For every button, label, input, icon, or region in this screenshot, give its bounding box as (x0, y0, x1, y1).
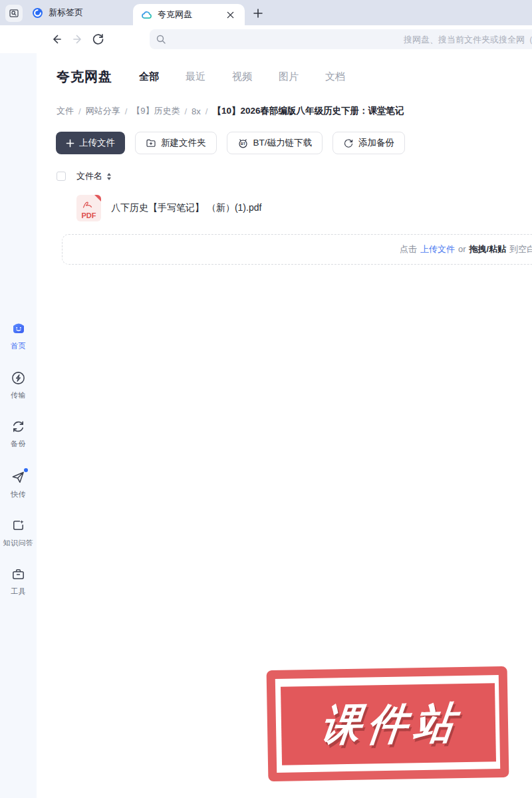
toolbox-icon (11, 567, 26, 583)
sidebar: 首页 传输 备份 (0, 53, 37, 798)
folder-plus-icon (146, 138, 156, 148)
filename-column-header[interactable]: 文件名 (76, 170, 102, 182)
search-input[interactable]: 搜网盘、搜当前文件夹或搜全网（Ctrl + (150, 29, 532, 49)
transfer-icon (11, 370, 26, 386)
dropzone-hint: 点击上传文件or拖拽/粘贴到空白处 (400, 243, 532, 255)
new-tab-button[interactable] (251, 7, 265, 20)
action-buttons: 上传文件 新建文件夹 BT BT/磁力链下载 (56, 132, 405, 154)
sidebar-item-knowledge-qa[interactable]: 知识问答 (0, 518, 37, 548)
pdf-acrobat-glyph (82, 199, 92, 211)
forward-button[interactable] (71, 33, 84, 46)
plus-icon (66, 139, 74, 148)
quark-browser-icon (32, 7, 43, 19)
sidebar-item-transfer[interactable]: 传输 (0, 370, 37, 400)
sidebar-item-home[interactable]: 首页 (0, 321, 37, 351)
sidebar-item-label: 传输 (0, 390, 37, 400)
tab-recent[interactable]: 最近 (186, 70, 205, 83)
sort-icon[interactable] (106, 172, 112, 181)
tab-image[interactable]: 图片 (279, 70, 299, 83)
app-header: 夸克网盘 全部 最近 视频 图片 文档 (57, 68, 345, 86)
breadcrumb-item[interactable]: 【9】历史类 (132, 105, 180, 117)
dropzone-hint-prefix: 点击 (400, 244, 417, 254)
refresh-button[interactable] (92, 33, 104, 46)
tab-label: 夸克网盘 (158, 9, 192, 21)
browser-tab-quark-drive[interactable]: 夸克网盘 (133, 4, 245, 25)
watermark-stamp: 课件站 (267, 666, 509, 781)
breadcrumb-separator: / (125, 106, 128, 116)
browser-toolbar: 搜网盘、搜当前文件夹或搜全网（Ctrl + (0, 25, 532, 53)
browser-tab-bar: 新标签页 夸克网盘 (0, 0, 532, 25)
sidebar-item-backup[interactable]: 备份 (0, 419, 37, 449)
quark-drive-logo-icon (141, 9, 152, 21)
upload-dropzone[interactable]: 点击上传文件or拖拽/粘贴到空白处 (62, 234, 532, 265)
page-title: 夸克网盘 (57, 68, 112, 86)
knowledge-icon (11, 518, 26, 534)
sidebar-item-label: 快传 (0, 489, 37, 499)
breadcrumb-separator: / (205, 106, 208, 116)
filter-tabs: 全部 最近 视频 图片 文档 (139, 70, 345, 83)
backup-sync-icon (343, 138, 354, 148)
select-all-checkbox[interactable] (57, 172, 66, 181)
breadcrumb-item[interactable]: 网站分享 (86, 105, 120, 117)
search-placeholder: 搜网盘、搜当前文件夹或搜全网（Ctrl + (404, 34, 532, 46)
back-button[interactable] (50, 33, 63, 46)
upload-file-button[interactable]: 上传文件 (56, 132, 125, 154)
tab-video[interactable]: 视频 (232, 70, 252, 83)
pdf-badge: PDF (76, 211, 101, 219)
breadcrumb-item[interactable]: 8x (192, 106, 201, 116)
plus-icon (253, 8, 263, 19)
bt-magnet-download-button[interactable]: BT BT/磁力链下载 (227, 132, 323, 154)
sidebar-item-quick-transfer[interactable]: 快传 (0, 469, 37, 499)
breadcrumb-current: 【10】2026春部编版八年级历史下册：课堂笔记 (212, 105, 404, 117)
bt-download-icon: BT (237, 138, 249, 149)
dropzone-hint-suffix: 到空白处 (509, 244, 532, 254)
tab-all[interactable]: 全部 (139, 70, 159, 83)
file-list-header: 文件名 (57, 170, 112, 182)
breadcrumb-item[interactable]: 文件 (57, 105, 74, 117)
pdf-icon-fold (94, 195, 101, 201)
home-icon (11, 321, 27, 336)
tab-search-icon (9, 8, 19, 19)
search-icon (156, 34, 166, 47)
tab-search-button[interactable] (5, 5, 23, 22)
new-folder-button[interactable]: 新建文件夹 (135, 132, 217, 154)
add-backup-button[interactable]: 添加备份 (332, 132, 405, 154)
file-name: 八下历史【手写笔记】 （新）(1).pdf (111, 202, 261, 214)
stamp-fill: 课件站 (281, 683, 496, 765)
close-icon[interactable] (225, 9, 235, 20)
dropzone-hint-or: or (458, 244, 466, 254)
breadcrumb-separator: / (78, 106, 81, 116)
sidebar-item-tools[interactable]: 工具 (0, 567, 37, 597)
dropzone-drag-label: 拖拽/粘贴 (469, 244, 507, 254)
tab-document[interactable]: 文档 (325, 70, 345, 83)
browser-window: 新标签页 夸克网盘 (0, 0, 532, 798)
dropzone-upload-link[interactable]: 上传文件 (420, 244, 455, 254)
watermark-text: 课件站 (313, 694, 465, 754)
sidebar-item-label: 备份 (0, 439, 37, 449)
breadcrumb-separator: / (184, 106, 187, 116)
breadcrumb: 文件 / 网站分享 / 【9】历史类 / 8x / 【10】2026春部编版八年… (57, 105, 404, 117)
notification-dot (24, 468, 28, 472)
tab-label: 新标签页 (49, 7, 83, 19)
svg-text:BT: BT (240, 142, 245, 146)
sidebar-item-label: 知识问答 (0, 538, 37, 548)
browser-tab-newtab[interactable]: 新标签页 (27, 0, 126, 25)
file-row[interactable]: PDF 八下历史【手写笔记】 （新）(1).pdf (57, 193, 522, 223)
paper-plane-icon (11, 469, 26, 485)
sidebar-item-label: 首页 (0, 341, 37, 351)
sync-icon (11, 419, 26, 435)
sidebar-item-label: 工具 (0, 587, 37, 597)
pdf-file-icon: PDF (76, 195, 101, 221)
